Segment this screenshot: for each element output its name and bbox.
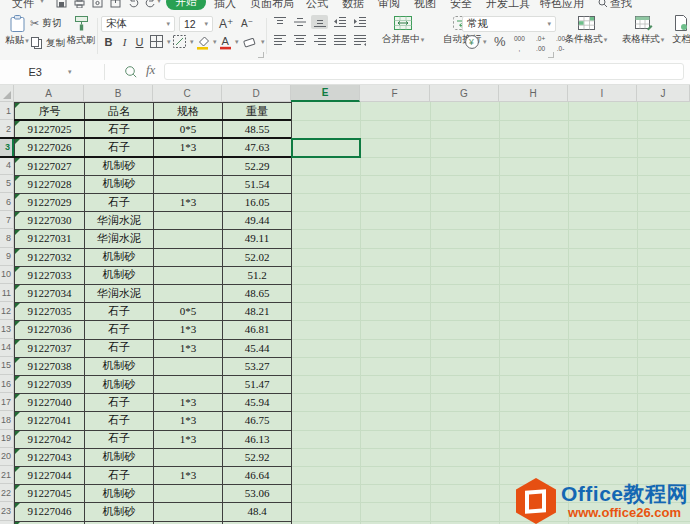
cell-B2[interactable]: 石子 — [85, 120, 153, 138]
cell-B3[interactable]: 石子 — [85, 138, 153, 156]
select-all-corner[interactable] — [0, 85, 14, 102]
cell-A22[interactable]: 91227045 — [15, 484, 84, 502]
currency-button[interactable]: ¥ ▾ — [464, 34, 487, 50]
row-header-11[interactable]: 11 — [0, 284, 14, 302]
cell-A3[interactable]: 91227026 — [15, 138, 84, 156]
cell-B14[interactable]: 石子 — [85, 339, 153, 357]
cell-C10[interactable] — [154, 266, 222, 284]
column-header-F[interactable]: F — [360, 85, 430, 102]
table-style-button[interactable]: 表格样式▾ — [616, 14, 670, 46]
save-icon[interactable] — [56, 0, 67, 8]
row-header-5[interactable]: 5 — [0, 175, 14, 193]
row-header-9[interactable]: 9 — [0, 248, 14, 266]
cell-B12[interactable]: 石子 — [85, 302, 153, 320]
cell-C5[interactable] — [154, 175, 222, 193]
number-format-select[interactable]: 常规▾ — [462, 16, 556, 32]
menu-find[interactable]: 查找 — [610, 0, 632, 11]
cell-A1[interactable]: 序号 — [15, 102, 84, 120]
cell-C3[interactable]: 1*3 — [154, 138, 222, 156]
copy-button[interactable]: 复制 — [30, 36, 65, 50]
cell-A10[interactable]: 91227033 — [15, 266, 84, 284]
align-left-button[interactable] — [271, 33, 288, 47]
column-header-E[interactable]: E — [291, 85, 360, 102]
italic-button[interactable]: I — [117, 34, 132, 49]
find-icon[interactable] — [598, 0, 608, 8]
column-header-H[interactable]: H — [499, 85, 568, 102]
column-header-D[interactable]: D — [222, 85, 291, 102]
distributed-button[interactable] — [351, 33, 368, 47]
cell-B15[interactable]: 机制砂 — [85, 357, 153, 375]
row-header-13[interactable]: 13 — [0, 320, 14, 338]
column-header-B[interactable]: B — [84, 85, 153, 102]
cell-A2[interactable]: 91227025 — [15, 120, 84, 138]
tab-home[interactable]: 开始 — [166, 0, 206, 10]
row-header-21[interactable]: 21 — [0, 466, 14, 484]
cell-A23[interactable]: 91227046 — [15, 502, 84, 520]
cell-D4[interactable]: 52.29 — [223, 157, 291, 175]
cell-B9[interactable]: 机制砂 — [85, 248, 153, 266]
decrease-indent-button[interactable] — [331, 15, 348, 29]
cell-B17[interactable]: 石子 — [85, 393, 153, 411]
cell-A12[interactable]: 91227035 — [15, 302, 84, 320]
cell-B11[interactable]: 华润水泥 — [85, 284, 153, 302]
row-header-17[interactable]: 17 — [0, 393, 14, 411]
row-header-8[interactable]: 8 — [0, 229, 14, 247]
cell-C4[interactable] — [154, 157, 222, 175]
align-top-button[interactable] — [271, 15, 288, 29]
merge-center-button[interactable]: 合并居中▾ — [372, 14, 434, 46]
tab-developer[interactable]: 开发工具 — [486, 0, 530, 11]
tab-view[interactable]: 视图 — [414, 0, 436, 11]
cell-B19[interactable]: 石子 — [85, 430, 153, 448]
cell-D22[interactable]: 53.06 — [223, 484, 291, 502]
increase-indent-button[interactable] — [351, 15, 368, 29]
cell-D23[interactable]: 48.4 — [223, 502, 291, 520]
cell-B6[interactable]: 石子 — [85, 193, 153, 211]
cell-A15[interactable]: 91227038 — [15, 357, 84, 375]
eraser-button[interactable]: ▾ — [242, 34, 265, 49]
cell-D15[interactable]: 53.27 — [223, 357, 291, 375]
dialog-launcher-icon[interactable] — [548, 52, 554, 58]
cell-B5[interactable]: 机制砂 — [85, 175, 153, 193]
cell-D18[interactable]: 46.75 — [223, 411, 291, 429]
menu-file[interactable]: 文件 — [12, 0, 34, 11]
row-header-12[interactable]: 12 — [0, 302, 14, 320]
cell-C20[interactable] — [154, 448, 222, 466]
cell-B8[interactable]: 华润水泥 — [85, 229, 153, 247]
tab-page-layout[interactable]: 页面布局 — [250, 0, 294, 11]
paste-button[interactable]: 粘贴▾ — [2, 14, 32, 47]
cell-B18[interactable]: 石子 — [85, 411, 153, 429]
cell-C15[interactable] — [154, 357, 222, 375]
row-header-20[interactable]: 20 — [0, 448, 14, 466]
column-header-G[interactable]: G — [430, 85, 499, 102]
selected-cell-E3[interactable] — [291, 138, 361, 157]
cell-B21[interactable]: 石子 — [85, 466, 153, 484]
cell-D3[interactable]: 47.63 — [223, 138, 291, 156]
fill-color-button[interactable]: ▾ — [195, 34, 217, 50]
undo-icon[interactable] — [128, 0, 140, 8]
cell-D17[interactable]: 45.94 — [223, 393, 291, 411]
thousands-separator-button[interactable]: 000, — [514, 35, 525, 52]
preview-icon[interactable] — [92, 0, 103, 8]
row-header-19[interactable]: 19 — [0, 430, 14, 448]
column-header-I[interactable]: I — [568, 85, 637, 102]
search-icon[interactable] — [124, 65, 138, 79]
percent-button[interactable]: % — [494, 34, 506, 49]
cell-B4[interactable]: 机制砂 — [85, 157, 153, 175]
row-header-14[interactable]: 14 — [0, 339, 14, 357]
row-header-10[interactable]: 10 — [0, 266, 14, 284]
column-header-J[interactable]: J — [637, 85, 690, 102]
cell-C8[interactable] — [154, 229, 222, 247]
tab-data[interactable]: 数据 — [342, 0, 364, 11]
doc-assistant-button[interactable]: 文档助手 — [672, 14, 690, 46]
bold-button[interactable]: B — [101, 34, 116, 49]
shrink-font-button[interactable]: A⁻ — [241, 18, 253, 29]
format-painter-button[interactable]: 格式刷 — [62, 14, 100, 47]
cell-D10[interactable]: 51.2 — [223, 266, 291, 284]
tab-insert[interactable]: 插入 — [214, 0, 236, 11]
row-header-22[interactable]: 22 — [0, 484, 14, 502]
cell-A11[interactable]: 91227034 — [15, 284, 84, 302]
cell-B7[interactable]: 华润水泥 — [85, 211, 153, 229]
borders-button[interactable]: ▾ — [149, 34, 171, 49]
cell-C13[interactable]: 1*3 — [154, 320, 222, 338]
share-icon[interactable] — [110, 0, 121, 8]
